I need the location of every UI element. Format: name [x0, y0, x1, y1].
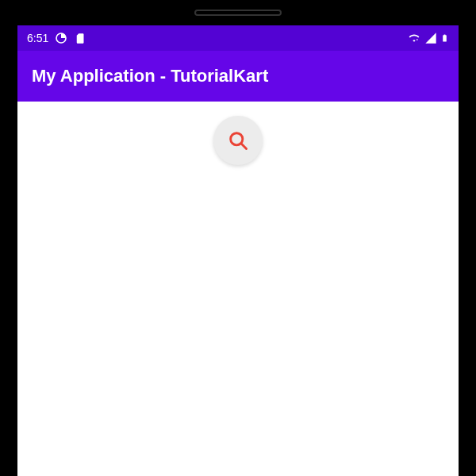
battery-icon — [440, 32, 449, 44]
data-saver-icon — [55, 32, 67, 44]
content-area — [17, 102, 459, 476]
screen: 6:51 x My Applicat — [17, 25, 459, 476]
svg-text:x: x — [416, 38, 418, 41]
app-bar: My Application - TutorialKart — [17, 51, 459, 102]
status-time: 6:51 — [27, 32, 48, 44]
status-left: 6:51 — [27, 32, 86, 44]
status-bar: 6:51 x — [17, 25, 459, 51]
search-icon — [227, 129, 249, 152]
signal-icon — [424, 32, 437, 44]
sd-card-icon — [74, 33, 86, 44]
search-fab[interactable] — [213, 116, 263, 165]
status-right: x — [407, 32, 449, 44]
app-title: My Application - TutorialKart — [32, 66, 268, 86]
device-speaker — [194, 10, 282, 16]
svg-line-4 — [241, 144, 246, 148]
device-frame: 6:51 x My Applicat — [0, 0, 476, 476]
wifi-disabled-icon: x — [407, 33, 421, 44]
